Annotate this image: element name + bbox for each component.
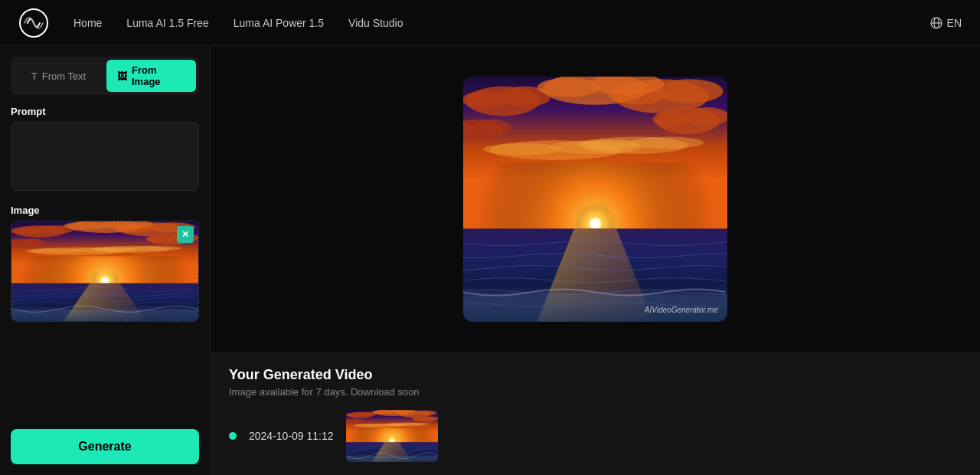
tab-from-image-label: From Image xyxy=(132,64,185,87)
image-preview xyxy=(11,221,198,321)
text-icon: T xyxy=(31,70,38,82)
bottom-panel: Your Generated Video Image available for… xyxy=(211,352,980,475)
globe-icon xyxy=(930,17,942,29)
tab-from-text[interactable]: T From Text xyxy=(14,60,103,92)
image-section: Image ✕ xyxy=(11,205,199,322)
image-preview-wrapper: ✕ xyxy=(11,221,199,322)
generated-video-subtitle: Image available for 7 days. Download soo… xyxy=(229,386,962,398)
tab-from-text-label: From Text xyxy=(42,70,87,82)
image-label: Image xyxy=(11,205,199,216)
video-items: 2024-10-09 11:12 xyxy=(229,410,962,462)
main-layout: T From Text 🖼 From Image Prompt Image ✕ … xyxy=(0,46,980,475)
prompt-label: Prompt xyxy=(11,106,199,117)
prompt-input[interactable] xyxy=(11,122,199,191)
mode-tabs: T From Text 🖼 From Image xyxy=(11,57,199,95)
right-content: AIVideoGenerator.me Your Generated Video… xyxy=(211,46,980,475)
nav-vidu-studio[interactable]: Vidu Studio xyxy=(348,17,403,29)
video-thumb-canvas xyxy=(346,410,438,462)
watermark: AIVideoGenerator.me xyxy=(645,306,718,314)
main-image-container: AIVideoGenerator.me xyxy=(463,77,727,322)
video-timestamp: 2024-10-09 11:12 xyxy=(249,430,334,442)
prompt-section: Prompt xyxy=(11,106,199,194)
navbar: Home Luma AI 1.5 Free Luma AI Power 1.5 … xyxy=(0,0,980,46)
left-panel: T From Text 🖼 From Image Prompt Image ✕ … xyxy=(0,46,211,475)
nav-luma15-power[interactable]: Luma AI Power 1.5 xyxy=(234,17,324,29)
video-status-dot xyxy=(229,432,237,440)
main-image xyxy=(463,77,727,322)
logo[interactable] xyxy=(18,8,49,38)
nav-home[interactable]: Home xyxy=(74,17,102,29)
lang-label: EN xyxy=(947,17,962,29)
image-remove-button[interactable]: ✕ xyxy=(177,226,194,243)
generated-video-title: Your Generated Video xyxy=(229,367,962,383)
tab-from-image[interactable]: 🖼 From Image xyxy=(106,60,196,92)
nav-links: Home Luma AI 1.5 Free Luma AI Power 1.5 … xyxy=(74,17,930,29)
video-thumbnail[interactable] xyxy=(346,410,438,462)
image-tab-icon: 🖼 xyxy=(117,70,127,82)
lang-selector[interactable]: EN xyxy=(930,17,962,29)
generate-button[interactable]: Generate xyxy=(11,429,199,464)
nav-luma15-free[interactable]: Luma AI 1.5 Free xyxy=(126,17,208,29)
main-image-area: AIVideoGenerator.me xyxy=(211,46,980,352)
